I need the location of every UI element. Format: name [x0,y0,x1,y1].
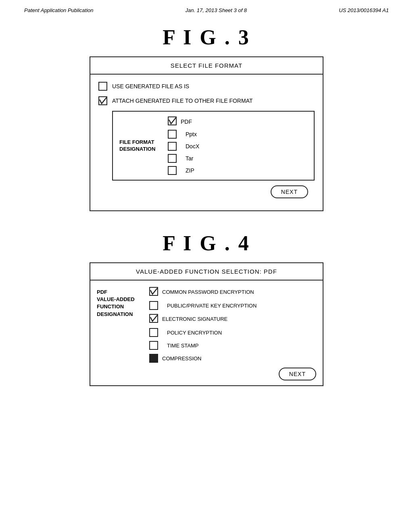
fig4-option-pubkey[interactable]: PUBLIC/PRIVATE KEY ENCRYPTION [149,301,316,310]
radio-attach-generated[interactable] [98,96,107,105]
fig3-next-row: NEXT [98,181,315,203]
fig4-title: F I G . 4 [0,231,413,255]
fig4-section: F I G . 4 VALUE-ADDED FUNCTION SELECTION… [0,231,413,386]
label-timestamp: TIME STAMP [167,343,198,349]
fig4-next-row: NEXT [90,363,323,385]
header-right: US 2013/0016394 A1 [339,7,389,13]
file-option-docx[interactable]: DocX [168,142,199,151]
label-policy: POLICY ENCRYPTION [167,330,222,336]
file-option-pptx-label: Pptx [186,131,197,137]
fig4-option-esig[interactable]: ELECTRONIC SIGNATURE [149,314,316,324]
fig3-dialog: SELECT FILE FORMAT USE GENERATED FILE AS… [90,56,323,211]
checkbox-compression[interactable] [149,354,158,363]
option-use-generated[interactable]: USE GENERATED FILE AS IS [98,82,315,91]
fig4-dialog: VALUE-ADDED FUNCTION SELECTION: PDF PDFV… [90,262,323,386]
checkbox-tar[interactable] [168,154,177,163]
fig4-option-timestamp[interactable]: TIME STAMP [149,341,316,350]
fig4-option-policy[interactable]: POLICY ENCRYPTION [149,328,316,337]
fig3-next-button[interactable]: NEXT [271,185,308,198]
file-format-section: FILE FORMATDESIGNATION PDF Pptx [112,111,315,181]
file-option-pdf-label: PDF [181,118,192,125]
file-option-tar-label: Tar [186,155,193,162]
checkbox-pptx[interactable] [168,130,177,139]
fig3-dialog-body: USE GENERATED FILE AS IS ATTACH GENERATE… [90,75,323,210]
checkbox-zip[interactable] [168,166,177,175]
label-esig: ELECTRONIC SIGNATURE [162,316,227,322]
file-option-tar[interactable]: Tar [168,154,199,163]
file-option-zip[interactable]: ZIP [168,166,199,175]
label-pubkey: PUBLIC/PRIVATE KEY ENCRYPTION [167,303,257,309]
fig4-body: PDFVALUE-ADDEDFUNCTIONDESIGNATION COMMON… [90,281,323,363]
file-option-pptx[interactable]: Pptx [168,130,199,139]
checkbox-common-pw[interactable] [149,287,158,297]
file-option-zip-label: ZIP [186,167,194,174]
header-middle: Jan. 17, 2013 Sheet 3 of 8 [186,7,247,13]
option-attach-label: ATTACH GENERATED FILE TO OTHER FILE FORM… [112,98,252,104]
fig4-option-compression[interactable]: COMPRESSION [149,354,316,363]
fig4-next-button[interactable]: NEXT [279,368,316,380]
fig4-dialog-header: VALUE-ADDED FUNCTION SELECTION: PDF [90,263,323,281]
checkbox-esig[interactable] [149,314,158,324]
file-options-list: PDF Pptx DocX Tar [168,116,199,175]
checkbox-policy[interactable] [149,328,158,337]
file-format-label: FILE FORMATDESIGNATION [119,116,160,175]
checkbox-docx[interactable] [168,142,177,151]
page-header: Patent Application Publication Jan. 17, … [0,0,413,17]
option-use-generated-label: USE GENERATED FILE AS IS [112,83,189,89]
option-attach-generated[interactable]: ATTACH GENERATED FILE TO OTHER FILE FORM… [98,96,315,105]
checkbox-timestamp[interactable] [149,341,158,350]
header-left: Patent Application Publication [24,7,94,13]
file-option-pdf[interactable]: PDF [168,116,199,127]
file-option-docx-label: DocX [186,143,199,150]
fig4-options-list: COMMON PASSWORD ENCRYPTION PUBLIC/PRIVAT… [149,287,316,363]
fig4-pdf-label: PDFVALUE-ADDEDFUNCTIONDESIGNATION [97,287,141,363]
label-compression: COMPRESSION [162,355,202,362]
fig3-dialog-header: SELECT FILE FORMAT [90,57,323,75]
fig3-title: F I G . 3 [0,25,413,49]
fig4-option-common-pw[interactable]: COMMON PASSWORD ENCRYPTION [149,287,316,297]
label-common-pw: COMMON PASSWORD ENCRYPTION [162,289,254,295]
checkbox-pdf[interactable] [168,116,177,127]
checkbox-use-generated[interactable] [98,82,107,91]
checkbox-pubkey[interactable] [149,301,158,310]
